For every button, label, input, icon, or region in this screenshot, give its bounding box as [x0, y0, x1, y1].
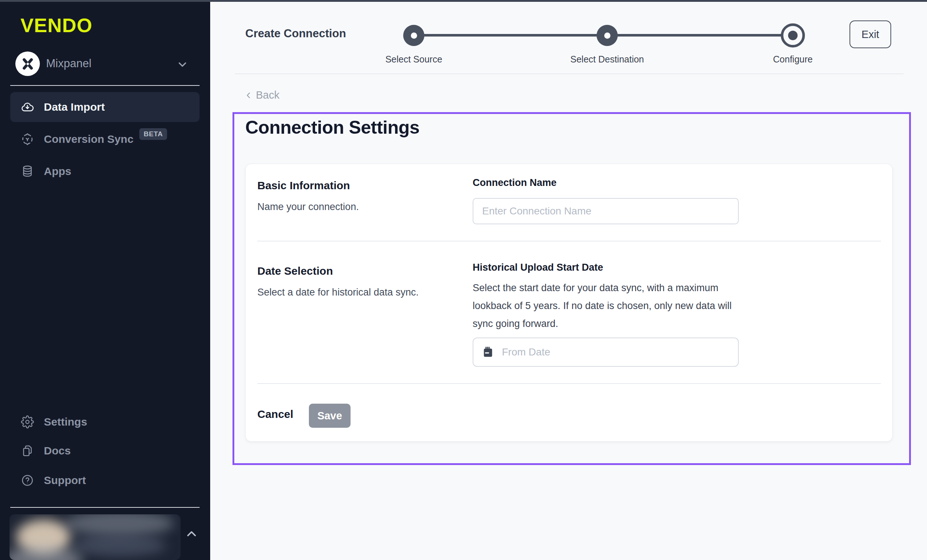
exit-button[interactable]: Exit [849, 20, 891, 48]
page-title: Create Connection [245, 27, 346, 40]
card-divider-1 [257, 241, 881, 241]
stepper-line-2 [607, 34, 793, 36]
sidebar-item-label: Support [44, 474, 86, 487]
connection-settings-card: Basic Information Name your connection. … [245, 164, 893, 442]
sidebar-item-docs[interactable]: Docs [10, 436, 199, 466]
beta-badge: BETA [139, 128, 167, 140]
step-label-select-destination: Select Destination [570, 54, 644, 65]
connection-name-input[interactable] [473, 198, 739, 224]
step-dot-configure [781, 23, 805, 47]
connection-name-label: Connection Name [473, 177, 557, 188]
gear-icon [20, 415, 34, 429]
back-link[interactable]: Back [244, 89, 279, 101]
basic-information-description: Name your connection. [257, 201, 359, 212]
date-help-line-2: lookback of 5 years. If no date is chose… [473, 300, 731, 312]
vendo-logo: VENDO [20, 14, 93, 36]
calendar-icon [482, 346, 495, 359]
workspace-selector[interactable]: Mixpanel [10, 48, 199, 80]
stepper-line-1 [414, 34, 607, 36]
card-divider-2 [257, 383, 881, 384]
date-selection-title: Date Selection [257, 265, 333, 277]
user-account-card[interactable] [9, 514, 181, 560]
help-icon [20, 473, 34, 487]
step-label-configure: Configure [773, 54, 813, 65]
sidebar-item-support[interactable]: Support [10, 465, 199, 495]
chevron-left-icon [244, 91, 253, 100]
sidebar-item-settings[interactable]: Settings [10, 407, 199, 437]
basic-information-title: Basic Information [257, 179, 350, 192]
sidebar-item-label: Docs [44, 445, 71, 457]
cancel-button[interactable]: Cancel [257, 408, 293, 420]
sidebar-item-apps[interactable]: Apps [10, 156, 199, 186]
from-date-input[interactable] [501, 346, 730, 358]
sidebar-item-conversion-sync[interactable]: Conversion Sync BETA [10, 124, 199, 154]
cloud-download-icon [20, 100, 34, 114]
mixpanel-logo-icon [15, 52, 40, 76]
sidebar-item-label: Apps [44, 165, 71, 178]
connection-settings-heading: Connection Settings [245, 117, 419, 138]
historical-upload-start-date-label: Historical Upload Start Date [473, 262, 603, 273]
docs-icon [20, 444, 34, 458]
step-dot-select-source [403, 25, 424, 46]
date-help-line-1: Select the start date for your data sync… [473, 282, 718, 294]
back-label: Back [256, 89, 279, 101]
chevron-up-icon[interactable] [184, 527, 199, 541]
sidebar-divider-top [10, 85, 199, 86]
user-card-blur [9, 546, 83, 560]
window-top-strip [0, 0, 927, 2]
app-window: VENDO Mixpanel Data Import [0, 0, 927, 560]
chevron-down-icon [176, 58, 188, 70]
from-date-field[interactable] [473, 337, 739, 367]
user-email-blur [71, 534, 167, 556]
database-icon [20, 164, 34, 178]
user-name-blur [64, 514, 174, 536]
sidebar-item-data-import[interactable]: Data Import [10, 92, 199, 122]
save-button[interactable]: Save [309, 404, 351, 428]
sidebar-divider-bottom [10, 507, 199, 508]
date-help-line-3: sync going forward. [473, 318, 558, 329]
conversion-sync-icon [20, 132, 34, 146]
date-selection-description: Select a date for historical data sync. [257, 287, 418, 298]
sidebar: VENDO Mixpanel Data Import [0, 0, 210, 560]
step-dot-select-destination [597, 25, 618, 46]
sidebar-item-label: Data Import [44, 101, 105, 113]
sidebar-item-label: Settings [44, 416, 87, 428]
header-divider [235, 73, 904, 74]
step-label-select-source: Select Source [385, 54, 442, 65]
sidebar-item-label: Conversion Sync [44, 133, 134, 146]
workspace-name: Mixpanel [46, 57, 91, 70]
